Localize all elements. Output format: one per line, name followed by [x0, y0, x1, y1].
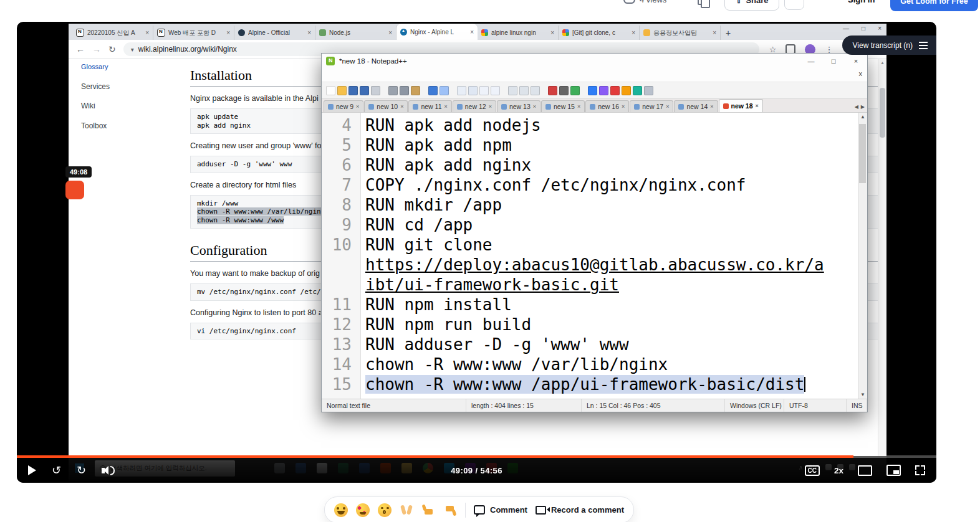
plugin-icon-4[interactable]: [622, 86, 631, 95]
notepad-window[interactable]: *new 18 - Notepad++ —□× x: [321, 53, 868, 412]
record-comment-button[interactable]: Record a comment: [536, 505, 624, 515]
minimize-icon[interactable]: —: [800, 54, 822, 69]
new-file-icon[interactable]: [326, 86, 335, 95]
browser-tab[interactable]: alpine linux ngin×: [478, 26, 559, 40]
zoom-out-icon[interactable]: [491, 86, 500, 95]
menubar-close-icon[interactable]: x: [859, 70, 863, 77]
document-tab[interactable]: new 14×: [674, 100, 718, 112]
browser-tab[interactable]: 20220105 신입 A×: [72, 26, 153, 40]
window-close-icon[interactable]: ×: [878, 25, 882, 32]
stop-macro-icon[interactable]: [559, 86, 569, 95]
playback-speed-button[interactable]: 2x: [834, 466, 843, 475]
browser-tab[interactable]: Alpine - Official×: [234, 26, 315, 40]
toolbar-extra-button[interactable]: [784, 0, 804, 10]
browser-tab[interactable]: Web 배포 포함 D×: [153, 26, 234, 40]
sidebar-link[interactable]: Glossary: [81, 62, 178, 72]
new-tab-button[interactable]: +: [721, 26, 736, 40]
browser-tab[interactable]: Nginx - Alpine L×: [396, 24, 478, 40]
scroll-down-icon[interactable]: ▼: [860, 392, 865, 397]
notepad-titlebar[interactable]: *new 18 - Notepad++ —□×: [322, 54, 867, 69]
paste-icon[interactable]: [411, 86, 420, 95]
window-maximize-icon[interactable]: □: [862, 25, 865, 32]
back-icon[interactable]: ←: [76, 44, 85, 54]
browser-tab[interactable]: 응용정보사업팀×: [640, 26, 721, 40]
redo-icon[interactable]: [440, 86, 449, 95]
reaction-emoji-button[interactable]: [421, 503, 435, 517]
document-tab[interactable]: new 12×: [453, 100, 496, 112]
plugin-icon-1[interactable]: [588, 86, 597, 95]
tab-scroll-right-icon[interactable]: ▶: [861, 104, 865, 110]
save-icon[interactable]: [348, 86, 358, 95]
play-icon[interactable]: [28, 465, 36, 475]
menu-item[interactable]: [347, 74, 354, 77]
picture-in-picture-icon[interactable]: [886, 465, 901, 476]
tab-close-icon[interactable]: ×: [710, 103, 713, 110]
forward-icon[interactable]: →: [92, 44, 101, 54]
tab-close-icon[interactable]: ×: [470, 29, 474, 36]
tab-close-icon[interactable]: ×: [577, 103, 580, 110]
document-tab[interactable]: new 17×: [630, 100, 673, 112]
copy-icon[interactable]: [400, 86, 409, 95]
volume-icon[interactable]: [102, 466, 115, 475]
rewind-icon[interactable]: ↺: [52, 465, 61, 476]
window-minimize-icon[interactable]: —: [843, 25, 849, 32]
tab-close-icon[interactable]: ×: [356, 103, 359, 110]
share-button[interactable]: ⇧Share: [724, 0, 779, 11]
undo-icon[interactable]: [428, 86, 438, 95]
document-tab[interactable]: new 9×: [324, 100, 363, 112]
document-tab[interactable]: new 18×: [719, 99, 763, 112]
browser-tab[interactable]: Node.js×: [315, 26, 396, 40]
tab-close-icon[interactable]: ×: [713, 29, 716, 36]
show-symbols-icon[interactable]: [519, 86, 529, 95]
menu-item[interactable]: [362, 74, 369, 77]
reaction-emoji-button[interactable]: [378, 503, 392, 517]
menu-item[interactable]: [392, 74, 399, 77]
menu-item[interactable]: [369, 74, 377, 77]
menu-item[interactable]: [324, 74, 332, 77]
cut-icon[interactable]: [388, 86, 398, 95]
tab-close-icon[interactable]: ×: [307, 29, 311, 36]
document-tab[interactable]: new 16×: [585, 100, 629, 112]
plugin-icon-2[interactable]: [599, 86, 608, 95]
tab-close-icon[interactable]: ×: [533, 103, 536, 110]
menu-item[interactable]: [399, 74, 406, 77]
menu-item[interactable]: [414, 74, 421, 77]
tab-close-icon[interactable]: ×: [400, 103, 403, 110]
document-tab[interactable]: new 13×: [497, 100, 540, 112]
document-tab[interactable]: new 11×: [408, 100, 451, 112]
tab-close-icon[interactable]: ×: [444, 103, 448, 110]
close-icon[interactable]: ×: [845, 54, 867, 69]
scrollbar-thumb[interactable]: [859, 124, 866, 183]
play-macro-icon[interactable]: [570, 86, 580, 95]
menu-item[interactable]: [384, 74, 392, 77]
document-tab[interactable]: new 15×: [541, 100, 585, 112]
marker-thumbnail[interactable]: [65, 181, 84, 199]
scroll-up-icon[interactable]: ▲: [878, 59, 886, 65]
record-macro-icon[interactable]: [548, 86, 557, 95]
find-icon[interactable]: [457, 86, 466, 95]
editor[interactable]: 4RUN apk add nodejs5RUN apk add npm6RUN …: [322, 113, 867, 399]
maximize-icon[interactable]: □: [822, 54, 845, 69]
menu-item[interactable]: [332, 74, 339, 77]
tab-close-icon[interactable]: ×: [632, 29, 635, 36]
replace-icon[interactable]: [468, 86, 478, 95]
plugin-icon-5[interactable]: [633, 86, 642, 95]
browser-tab[interactable]: [Git] git clone, c×: [559, 26, 640, 40]
plugin-icon-6[interactable]: [644, 86, 653, 95]
tab-close-icon[interactable]: ×: [622, 103, 625, 110]
menu-item[interactable]: [377, 74, 384, 77]
scroll-up-icon[interactable]: ▲: [860, 114, 865, 120]
menu-item[interactable]: [354, 74, 362, 77]
word-wrap-icon[interactable]: [508, 86, 517, 95]
tab-close-icon[interactable]: ×: [756, 103, 759, 109]
menu-item[interactable]: [339, 74, 347, 77]
tab-close-icon[interactable]: ×: [145, 29, 149, 36]
tab-close-icon[interactable]: ×: [226, 29, 230, 36]
forward-icon[interactable]: ↻: [77, 465, 86, 476]
indent-guide-icon[interactable]: [531, 86, 540, 95]
theater-mode-icon[interactable]: [858, 465, 872, 476]
view-transcript-button[interactable]: View transcript (n): [842, 36, 936, 55]
save-all-icon[interactable]: [360, 86, 369, 95]
tab-close-icon[interactable]: ×: [550, 29, 554, 36]
plugin-icon-3[interactable]: [610, 86, 620, 95]
